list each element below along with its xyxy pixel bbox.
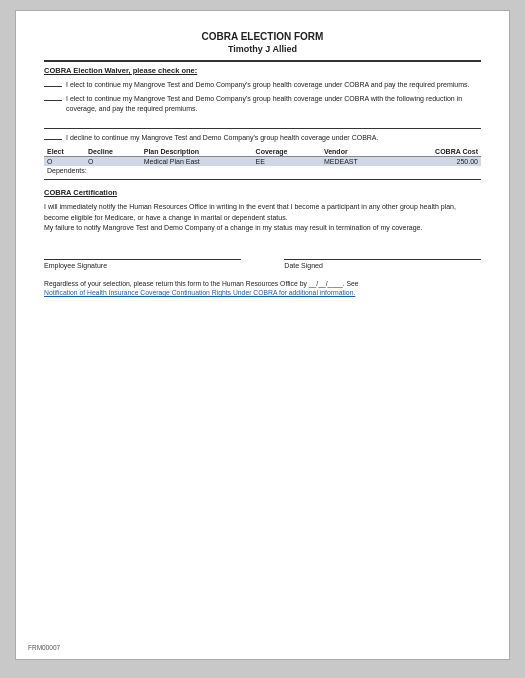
- date-sig-line: [284, 248, 481, 260]
- footer-line2: Notification of Health Insurance Coverag…: [44, 289, 355, 296]
- date-sig-block: Date Signed: [284, 248, 481, 269]
- col-coverage: Coverage: [253, 147, 321, 157]
- certification-text: I will immediately notify the Human Reso…: [44, 202, 481, 234]
- footer-text: Regardless of your selection, please ret…: [44, 279, 481, 298]
- col-decline: Decline: [85, 147, 141, 157]
- col-plan: Plan Description: [141, 147, 253, 157]
- option-text-3: I decline to continue my Mangrove Test a…: [66, 133, 481, 143]
- option-line-3: [44, 139, 62, 140]
- cell-coverage: EE: [253, 157, 321, 167]
- blank-line-1: [44, 119, 481, 129]
- option-row-2: I elect to continue my Mangrove Test and…: [44, 94, 481, 114]
- date-sig-label: Date Signed: [284, 262, 481, 269]
- dependents-row: Dependents:: [44, 166, 481, 175]
- cell-decline: O: [85, 157, 141, 167]
- signature-section: Employee Signature Date Signed: [44, 248, 481, 269]
- top-divider: [44, 60, 481, 62]
- option-row-1: I elect to continue my Mangrove Test and…: [44, 80, 481, 90]
- form-subtitle: Timothy J Allied: [44, 44, 481, 54]
- dependents-label: Dependents:: [44, 166, 481, 175]
- option-text-2: I elect to continue my Mangrove Test and…: [66, 94, 481, 114]
- employee-sig-label: Employee Signature: [44, 262, 241, 269]
- form-title: COBRA ELECTION FORM: [44, 31, 481, 42]
- certification-label: COBRA Certification: [44, 188, 481, 197]
- employee-sig-block: Employee Signature: [44, 248, 241, 269]
- col-vendor: Vendor: [321, 147, 393, 157]
- option-text-1: I elect to continue my Mangrove Test and…: [66, 80, 481, 90]
- col-elect: Elect: [44, 147, 85, 157]
- decline-row: I decline to continue my Mangrove Test a…: [44, 133, 481, 143]
- cell-plan: Medical Plan East: [141, 157, 253, 167]
- cobra-form-page: COBRA ELECTION FORM Timothy J Allied COB…: [15, 10, 510, 660]
- table-row: O O Medical Plan East EE MEDEAST 250.00: [44, 157, 481, 167]
- employee-sig-line: [44, 248, 241, 260]
- cell-cobra-cost: 250.00: [393, 157, 481, 167]
- plan-table: Elect Decline Plan Description Coverage …: [44, 147, 481, 175]
- option-line-2: [44, 100, 62, 101]
- col-cobra-cost: COBRA Cost: [393, 147, 481, 157]
- table-bottom-divider: [44, 179, 481, 180]
- certification-section: COBRA Certification I will immediately n…: [44, 188, 481, 234]
- footer-line1: Regardless of your selection, please ret…: [44, 280, 359, 287]
- cell-vendor: MEDEAST: [321, 157, 393, 167]
- cell-elect: O: [44, 157, 85, 167]
- waiver-section-label: COBRA Election Waiver, please check one:: [44, 66, 481, 75]
- form-id: FRM00007: [28, 644, 60, 651]
- option-line-1: [44, 86, 62, 87]
